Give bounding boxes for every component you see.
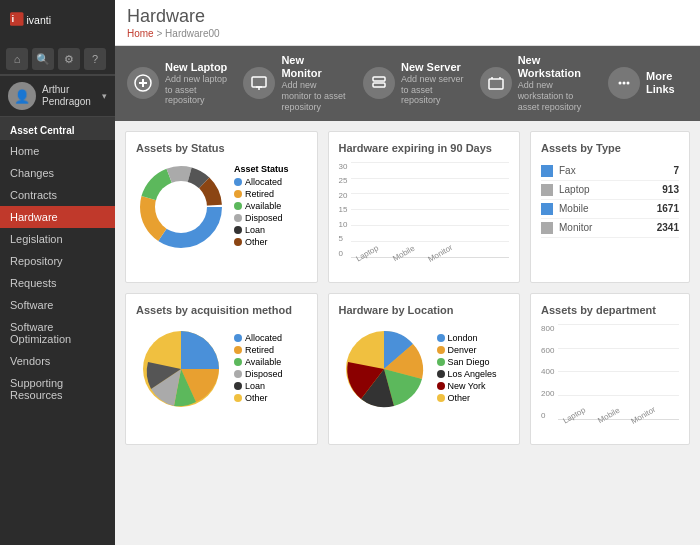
action-title-2: New Server xyxy=(401,61,464,74)
loc-legend-london: London xyxy=(437,333,497,343)
action-item-1[interactable]: New MonitorAdd new monitor to asset repo… xyxy=(243,54,347,113)
dashboard-row-2: Assets by acquisition method AllocatedRe… xyxy=(125,293,690,445)
action-item-2[interactable]: New ServerAdd new server to asset reposi… xyxy=(363,61,464,107)
assets-acquisition-chart: AllocatedRetiredAvailableDisposedLoanOth… xyxy=(136,324,307,414)
sidebar-item-hardware[interactable]: Hardware xyxy=(0,206,115,228)
action-subtitle-3: Add new workstation to asset repository xyxy=(518,80,592,112)
acquisition-legend: AllocatedRetiredAvailableDisposedLoanOth… xyxy=(234,333,283,405)
action-item-0[interactable]: New LaptopAdd new laptop to asset reposi… xyxy=(127,61,227,107)
sidebar-item-requests[interactable]: Requests xyxy=(0,272,115,294)
legend-item-disposed: Disposed xyxy=(234,213,289,223)
sidebar-item-supporting-resources[interactable]: Supporting Resources xyxy=(0,372,115,406)
hardware-location-title: Hardware by Location xyxy=(339,304,510,316)
breadcrumb: Home > Hardware00 xyxy=(127,28,688,39)
hardware-location-card: Hardware by Location LondonDenverSan Die… xyxy=(328,293,521,445)
action-subtitle-2: Add new server to asset repository xyxy=(401,74,464,106)
action-title-3: New Workstation xyxy=(518,54,592,80)
bar-group-monitor: Monitor xyxy=(427,247,454,258)
dashboard-row-1: Assets by Status Asset Status xyxy=(125,131,690,283)
dept-bar-group-monitor: Monitor xyxy=(630,409,657,420)
legend-item-available: Available xyxy=(234,201,289,211)
acq-legend-loan: Loan xyxy=(234,381,283,391)
svg-text:ivanti: ivanti xyxy=(27,14,52,26)
action-subtitle-1: Add new monitor to asset repository xyxy=(281,80,347,112)
assets-by-type-card: Assets by Type Fax7Laptop913Mobile1671Mo… xyxy=(530,131,690,283)
home-icon-btn[interactable]: ⌂ xyxy=(6,48,28,70)
main-content: Hardware Home > Hardware00 New LaptopAdd… xyxy=(115,0,700,545)
sidebar-item-software[interactable]: Software xyxy=(0,294,115,316)
assets-acquisition-card: Assets by acquisition method AllocatedRe… xyxy=(125,293,318,445)
assets-acquisition-title: Assets by acquisition method xyxy=(136,304,307,316)
action-subtitle-0: Add new laptop to asset repository xyxy=(165,74,227,106)
sidebar-item-changes[interactable]: Changes xyxy=(0,162,115,184)
svg-rect-10 xyxy=(373,83,385,87)
type-item-fax: Fax7 xyxy=(541,162,679,181)
sidebar-item-contracts[interactable]: Contracts xyxy=(0,184,115,206)
dept-bar-group-mobile: Mobile xyxy=(597,409,621,420)
action-item-3[interactable]: New WorkstationAdd new workstation to as… xyxy=(480,54,592,113)
pie-chart-acquisition xyxy=(136,324,226,414)
chevron-down-icon: ▾ xyxy=(102,91,107,101)
type-item-laptop: Laptop913 xyxy=(541,181,679,200)
settings-icon-btn[interactable]: ⚙ xyxy=(58,48,80,70)
svg-point-15 xyxy=(623,82,626,85)
svg-rect-9 xyxy=(373,77,385,81)
action-icon-2 xyxy=(363,67,395,99)
loc-legend-los-angeles: Los Angeles xyxy=(437,369,497,379)
page-title: Hardware xyxy=(127,6,688,27)
bar-group-mobile: Mobile xyxy=(392,247,416,258)
svg-point-23 xyxy=(155,181,207,233)
legend-item-retired: Retired xyxy=(234,189,289,199)
hardware-expiring-title: Hardware expiring in 90 Days xyxy=(339,142,510,154)
assets-by-status-legend: Asset Status AllocatedRetiredAvailableDi… xyxy=(234,164,289,249)
sidebar-user[interactable]: 👤 Arthur Pendragon ▾ xyxy=(0,75,115,117)
sidebar-item-vendors[interactable]: Vendors xyxy=(0,350,115,372)
hardware-location-chart: LondonDenverSan DiegoLos AngelesNew York… xyxy=(339,324,510,414)
user-name: Arthur Pendragon xyxy=(42,84,91,108)
topbar: Hardware Home > Hardware00 xyxy=(115,0,700,46)
search-icon-btn[interactable]: 🔍 xyxy=(32,48,54,70)
dept-y-axis: 8006004002000 xyxy=(541,324,558,434)
sidebar-icon-row: ⌂ 🔍 ⚙ ? xyxy=(0,44,115,75)
dept-bar-group-laptop: Laptop xyxy=(562,409,586,420)
logo: i ivanti xyxy=(0,0,115,44)
avatar: 👤 xyxy=(8,82,36,110)
loc-legend-new-york: New York xyxy=(437,381,497,391)
svg-text:i: i xyxy=(12,13,15,24)
hardware-expiring-card: Hardware expiring in 90 Days 30252015105… xyxy=(328,131,521,283)
action-item-4[interactable]: More Links xyxy=(608,67,688,99)
help-icon-btn[interactable]: ? xyxy=(84,48,106,70)
location-legend: LondonDenverSan DiegoLos AngelesNew York… xyxy=(437,333,497,405)
sidebar-item-repository[interactable]: Repository xyxy=(0,250,115,272)
assets-by-status-card: Assets by Status Asset Status xyxy=(125,131,318,283)
loc-legend-san-diego: San Diego xyxy=(437,357,497,367)
sidebar-item-legislation[interactable]: Legislation xyxy=(0,228,115,250)
donut-chart xyxy=(136,162,226,252)
loc-legend-denver: Denver xyxy=(437,345,497,355)
sidebar-item-software-optimization[interactable]: Software Optimization xyxy=(0,316,115,350)
action-icon-0 xyxy=(127,67,159,99)
dept-bar-area: LaptopMobileMonitor xyxy=(558,324,679,434)
asset-central-section: Asset Central xyxy=(0,117,115,140)
acq-legend-allocated: Allocated xyxy=(234,333,283,343)
assets-by-type-list: Fax7Laptop913Mobile1671Monitor2341 xyxy=(541,162,679,238)
dashboard: Assets by Status Asset Status xyxy=(115,121,700,545)
assets-department-card: Assets by department 8006004002000 Lapto… xyxy=(530,293,690,445)
pie-chart-location xyxy=(339,324,429,414)
acq-legend-other: Other xyxy=(234,393,283,403)
action-icon-1 xyxy=(243,67,275,99)
action-icon-4 xyxy=(608,67,640,99)
acq-legend-available: Available xyxy=(234,357,283,367)
svg-rect-11 xyxy=(489,79,503,89)
action-title-4: More Links xyxy=(646,70,688,96)
acq-legend-retired: Retired xyxy=(234,345,283,355)
acq-legend-disposed: Disposed xyxy=(234,369,283,379)
sidebar: i ivanti ⌂ 🔍 ⚙ ? 👤 Arthur Pendragon ▾ As… xyxy=(0,0,115,545)
legend-item-other: Other xyxy=(234,237,289,247)
assets-by-type-title: Assets by Type xyxy=(541,142,679,154)
action-title-1: New Monitor xyxy=(281,54,347,80)
sidebar-item-home[interactable]: Home xyxy=(0,140,115,162)
breadcrumb-home[interactable]: Home xyxy=(127,28,154,39)
legend-item-loan: Loan xyxy=(234,225,289,235)
svg-point-16 xyxy=(627,82,630,85)
